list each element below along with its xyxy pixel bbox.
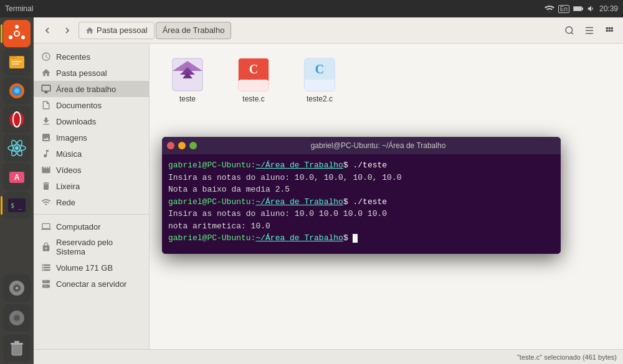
battery-icon <box>573 6 583 12</box>
sidebar-label-computador: Computador <box>56 222 101 231</box>
svg-rect-39 <box>609 27 611 29</box>
apps-button[interactable] <box>601 22 618 39</box>
file-item-teste2c[interactable]: C teste2.c <box>292 54 348 107</box>
sidebar-label-videos: Vídeos <box>56 166 81 175</box>
term-prompt-1: gabriel@PC-Ubuntu: <box>168 161 255 170</box>
ubuntu-icon <box>7 24 27 44</box>
sidebar-label-musica: Música <box>56 149 82 159</box>
svg-rect-31 <box>12 344 22 355</box>
svg-text:C: C <box>315 62 324 76</box>
terminal-close-btn[interactable] <box>167 142 174 149</box>
sidebar-item-reservado[interactable]: Reservado pelo Sistema <box>34 235 149 259</box>
sidebar-label-lixeira: Lixeira <box>56 182 80 191</box>
time-display: 20:39 <box>599 4 618 13</box>
terminal-titlebar: gabriel@PC-Ubuntu: ~/Área de Trabalho <box>162 137 561 154</box>
search-icon <box>564 26 574 35</box>
svg-rect-12 <box>12 63 19 65</box>
file-name-teste: teste <box>179 95 196 103</box>
clock-icon <box>41 52 51 62</box>
sidebar-label-pasta-pessoal: Pasta pessoal <box>56 68 107 78</box>
svg-text:A: A <box>14 173 20 182</box>
system-tray: En 20:39 <box>545 4 618 13</box>
svg-rect-35 <box>586 27 593 27</box>
sidebar-item-conectar[interactable]: Conectar a servidor <box>34 276 149 292</box>
svg-point-34 <box>566 27 573 34</box>
appstore-launcher[interactable]: A <box>3 163 31 190</box>
sidebar-item-area-trabalho[interactable]: Área de trabalho <box>34 81 149 97</box>
svg-rect-2 <box>573 7 581 11</box>
term-cmd-2: $ ./teste <box>343 197 387 207</box>
svg-rect-51 <box>239 80 269 91</box>
svg-rect-32 <box>11 343 23 345</box>
terminal-launcher[interactable]: $ _ <box>3 192 31 219</box>
view-icon <box>584 26 594 35</box>
sidebar-item-documentos[interactable]: Documentos <box>34 97 149 113</box>
kbd-icon: En <box>558 5 569 13</box>
sidebar-item-videos[interactable]: Vídeos <box>34 162 149 178</box>
sidebar-label-imagens: Imagens <box>56 133 87 142</box>
view-button[interactable] <box>581 22 598 39</box>
home-icon <box>85 26 94 35</box>
sidebar-item-lixeira[interactable]: Lixeira <box>34 178 149 194</box>
sidebar-label-reservado: Reservado pelo Sistema <box>56 238 141 256</box>
terminal-body[interactable]: gabriel@PC-Ubuntu:~/Área de Trabalho$ ./… <box>162 154 561 254</box>
svg-rect-37 <box>586 33 593 34</box>
term-prompt-2: gabriel@PC-Ubuntu: <box>168 197 255 207</box>
forward-button[interactable] <box>59 22 76 39</box>
sidebar-item-volume[interactable]: Volume 171 GB <box>34 259 149 276</box>
download-icon <box>41 116 51 126</box>
ubuntu-logo-button[interactable] <box>3 20 31 47</box>
toolbar-right <box>561 22 618 39</box>
breadcrumb-current[interactable]: Área de Trabalho <box>156 22 232 39</box>
sidebar-item-pasta-pessoal[interactable]: Pasta pessoal <box>34 65 149 81</box>
fm-content: teste C teste.c <box>150 44 623 349</box>
term-output-2: Nota a baixo da media 2.5 <box>168 185 290 194</box>
search-button[interactable] <box>561 22 578 39</box>
terminal-window: gabriel@PC-Ubuntu: ~/Área de Trabalho ga… <box>162 137 561 254</box>
trash-icon <box>7 338 27 358</box>
term-prompt-3: gabriel@PC-Ubuntu: <box>168 233 255 243</box>
svg-rect-41 <box>606 29 608 31</box>
sidebar-item-computador[interactable]: Computador <box>34 218 149 235</box>
opera-icon <box>7 110 27 129</box>
disk2-icon <box>7 308 27 328</box>
terminal-line-3: Nota a baixo da media 2.5 <box>168 184 554 196</box>
file-item-testec[interactable]: C teste.c <box>226 54 282 107</box>
terminal-line-1: gabriel@PC-Ubuntu:~/Área de Trabalho$ ./… <box>168 159 554 172</box>
files-launcher[interactable] <box>3 49 31 76</box>
term-cmd-3: $ <box>343 233 353 243</box>
fm-sidebar: Recentes Pasta pessoal Área de trabalho … <box>34 44 150 349</box>
svg-point-6 <box>15 25 19 29</box>
file-item-teste[interactable]: teste <box>159 54 216 107</box>
disk-launcher[interactable] <box>3 274 31 302</box>
term-output-4: nota aritmetica: 10.0 <box>168 222 270 231</box>
terminal-maximize-btn[interactable] <box>189 142 197 149</box>
unity-sidebar: A $ _ <box>0 17 34 364</box>
atom-launcher[interactable] <box>3 134 31 162</box>
file-grid: teste C teste.c <box>159 54 613 107</box>
firefox-launcher[interactable] <box>3 77 31 105</box>
sidebar-label-conectar: Conectar a servidor <box>56 279 126 289</box>
breadcrumb-home-label: Pasta pessoal <box>97 26 148 35</box>
svg-point-15 <box>14 88 19 93</box>
terminal-minimize-btn[interactable] <box>178 142 186 149</box>
sidebar-label-rede: Rede <box>56 198 75 207</box>
svg-rect-1 <box>582 7 583 10</box>
sidebar-item-imagens[interactable]: Imagens <box>34 129 149 146</box>
sidebar-item-downloads[interactable]: Downloads <box>34 113 149 129</box>
sidebar-item-rede[interactable]: Rede <box>34 194 149 210</box>
apps-icon <box>604 26 614 35</box>
breadcrumb-home[interactable]: Pasta pessoal <box>78 22 155 39</box>
trash-launcher[interactable] <box>3 334 31 362</box>
file-name-testec: teste.c <box>242 95 264 103</box>
svg-rect-11 <box>12 61 22 62</box>
svg-rect-42 <box>609 29 611 31</box>
disk2-launcher[interactable] <box>3 304 31 332</box>
fm-main: Recentes Pasta pessoal Área de trabalho … <box>34 44 623 349</box>
term-path-1: ~/Área de Trabalho <box>255 161 343 170</box>
back-button[interactable] <box>39 22 56 39</box>
opera-launcher[interactable] <box>3 106 31 133</box>
sidebar-item-recentes[interactable]: Recentes <box>34 49 149 65</box>
sidebar-item-musica[interactable]: Música <box>34 146 149 162</box>
image-icon <box>41 133 51 142</box>
